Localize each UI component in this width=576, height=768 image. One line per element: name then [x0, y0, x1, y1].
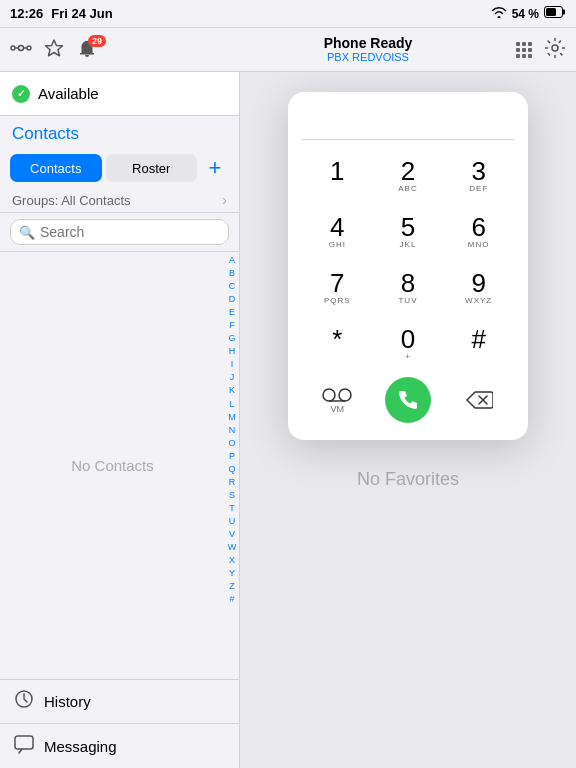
phone-ready-title: Phone Ready [324, 35, 413, 52]
dial-key-2[interactable]: 2ABC [373, 150, 444, 202]
messaging-icon [14, 734, 34, 759]
battery-percent: 54 % [512, 7, 539, 21]
grid-icon[interactable] [516, 42, 532, 58]
alpha-letter-I[interactable]: I [231, 358, 234, 371]
alpha-letter-V[interactable]: V [229, 528, 235, 541]
no-contacts-label: No Contacts [71, 457, 154, 474]
alpha-letter-R[interactable]: R [229, 476, 236, 489]
dial-key-6[interactable]: 6MNO [443, 206, 514, 258]
contacts-list: No Contacts ABCDEFGHIJKLMNOPQRSTUVWXYZ# [0, 252, 239, 679]
content-area: Available Contacts Contacts Roster + Gro… [0, 72, 576, 768]
dial-num-6: 6 [471, 214, 485, 240]
hub-icon[interactable] [10, 37, 32, 63]
contacts-main: No Contacts [0, 252, 225, 679]
alpha-letter-G[interactable]: G [228, 332, 235, 345]
notification-badge[interactable]: 29 [76, 39, 98, 61]
settings-icon[interactable] [544, 37, 566, 63]
search-bar: 🔍 [0, 213, 239, 252]
alpha-letter-E[interactable]: E [229, 306, 235, 319]
dial-sub-0: + [405, 352, 411, 362]
dial-sub-2: ABC [398, 184, 417, 194]
history-icon [14, 689, 34, 714]
history-nav-item[interactable]: History [0, 680, 239, 724]
dial-sub-3: DEF [469, 184, 488, 194]
dial-key-8[interactable]: 8TUV [373, 262, 444, 314]
dial-num-0: 0 [401, 326, 415, 352]
alpha-letter-X[interactable]: X [229, 554, 235, 567]
search-input[interactable] [40, 224, 220, 240]
dial-key-0[interactable]: 0+ [373, 318, 444, 370]
dial-key-9[interactable]: 9WXYZ [443, 262, 514, 314]
svg-point-9 [552, 45, 558, 51]
star-icon[interactable] [44, 38, 64, 62]
app-container: 29 Phone Ready PBX REDVOISS [0, 28, 576, 768]
search-wrap[interactable]: 🔍 [10, 219, 229, 245]
alpha-letter-#[interactable]: # [229, 593, 234, 606]
alpha-letter-S[interactable]: S [229, 489, 235, 502]
status-right: 54 % [491, 6, 566, 21]
contacts-title: Contacts [12, 124, 79, 143]
alpha-letter-C[interactable]: C [229, 280, 236, 293]
backspace-key[interactable] [443, 374, 514, 426]
dial-num-4: 4 [330, 214, 344, 240]
alpha-letter-N[interactable]: N [229, 424, 236, 437]
alpha-letter-T[interactable]: T [229, 502, 235, 515]
alpha-letter-W[interactable]: W [228, 541, 237, 554]
alpha-letter-B[interactable]: B [229, 267, 235, 280]
dial-key-*[interactable]: * [302, 318, 373, 370]
alpha-index[interactable]: ABCDEFGHIJKLMNOPQRSTUVWXYZ# [225, 252, 239, 679]
dial-key-5[interactable]: 5JKL [373, 206, 444, 258]
dial-key-7[interactable]: 7PQRS [302, 262, 373, 314]
groups-row[interactable]: Groups: All Contacts › [0, 188, 239, 213]
groups-label: Groups: All Contacts [12, 193, 131, 208]
pbx-subtitle: PBX REDVOISS [327, 51, 409, 64]
dial-num-5: 5 [401, 214, 415, 240]
dial-key-#[interactable]: # [443, 318, 514, 370]
alpha-letter-P[interactable]: P [229, 450, 235, 463]
history-label: History [44, 693, 91, 710]
status-row[interactable]: Available [0, 72, 239, 116]
svg-point-5 [27, 46, 31, 50]
call-button[interactable] [385, 377, 431, 423]
alpha-letter-L[interactable]: L [229, 398, 234, 411]
svg-rect-11 [15, 736, 33, 749]
search-icon: 🔍 [19, 225, 35, 240]
date: Fri 24 Jun [51, 6, 112, 21]
add-contact-button[interactable]: + [201, 154, 229, 182]
call-key[interactable] [373, 374, 444, 426]
alpha-letter-Y[interactable]: Y [229, 567, 235, 580]
voicemail-key[interactable]: VM [302, 374, 373, 426]
alpha-letter-K[interactable]: K [229, 384, 235, 397]
contacts-tab[interactable]: Contacts [10, 154, 102, 182]
roster-tab[interactable]: Roster [106, 154, 198, 182]
chevron-right-icon: › [222, 192, 227, 208]
alpha-letter-U[interactable]: U [229, 515, 236, 528]
messaging-nav-item[interactable]: Messaging [0, 724, 239, 768]
battery-icon [544, 6, 566, 21]
dial-sub-7: PQRS [324, 296, 351, 306]
dial-key-3[interactable]: 3DEF [443, 150, 514, 202]
contacts-header: Contacts [0, 116, 239, 148]
available-indicator [12, 85, 30, 103]
vm-label: VM [331, 404, 345, 414]
alpha-letter-Z[interactable]: Z [229, 580, 235, 593]
time: 12:26 [10, 6, 43, 21]
alpha-letter-F[interactable]: F [229, 319, 235, 332]
alpha-letter-M[interactable]: M [228, 411, 236, 424]
dial-sub-5: JKL [400, 240, 417, 250]
dial-key-1[interactable]: 1 [302, 150, 373, 202]
alpha-letter-O[interactable]: O [228, 437, 235, 450]
alpha-letter-D[interactable]: D [229, 293, 236, 306]
alpha-letter-H[interactable]: H [229, 345, 236, 358]
dial-num-7: 7 [330, 270, 344, 296]
dial-sub-6: MNO [468, 240, 490, 250]
dial-key-4[interactable]: 4GHI [302, 206, 373, 258]
alpha-letter-A[interactable]: A [229, 254, 235, 267]
svg-point-13 [339, 389, 351, 401]
dial-num-9: 9 [471, 270, 485, 296]
alpha-letter-J[interactable]: J [230, 371, 235, 384]
dialpad-actions: VM [302, 374, 514, 426]
alpha-letter-Q[interactable]: Q [228, 463, 235, 476]
dial-num-2: 2 [401, 158, 415, 184]
dialpad-input-row [302, 108, 514, 140]
